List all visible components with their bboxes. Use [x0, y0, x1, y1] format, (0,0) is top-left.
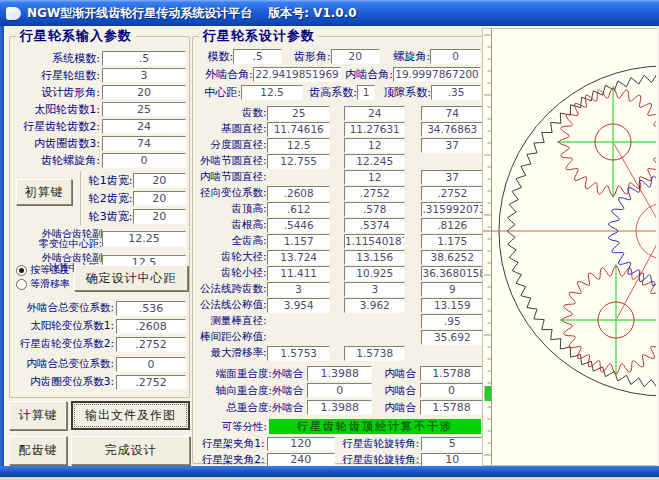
planet-shift-input[interactable]: .2752: [116, 337, 186, 352]
int-mesh-angle-value[interactable]: 19.9997867200: [393, 67, 481, 82]
radio-icon[interactable]: [16, 279, 27, 290]
planet-groups-input[interactable]: 3: [102, 68, 186, 83]
cell[interactable]: 37: [421, 138, 483, 153]
cell[interactable]: 11.411: [267, 266, 330, 281]
ext-total-shift-input[interactable]: .536: [116, 301, 186, 316]
table-row-dedendum: 齿根高: .5446 .5374 .8126: [195, 217, 483, 233]
wheel1-width-input[interactable]: 20: [133, 173, 186, 188]
coef-row-sun: 太阳轮变位系数1: .2608: [10, 317, 186, 335]
cell[interactable]: 12.245: [344, 154, 406, 169]
sun-shift-input[interactable]: .2608: [116, 319, 186, 334]
center-distance-value[interactable]: 12.5: [241, 85, 303, 100]
cell[interactable]: .5446: [267, 218, 330, 233]
ext-total-overlap[interactable]: 1.3988: [307, 400, 372, 415]
cell[interactable]: .612: [267, 202, 330, 217]
field-row-planet-teeth: 行星齿轮齿数2: 24: [10, 118, 186, 135]
ring-teeth-input[interactable]: 74: [102, 136, 186, 151]
cell[interactable]: 35.692: [421, 330, 483, 345]
carrier-angle1-value[interactable]: 120: [267, 437, 335, 451]
cell[interactable]: 1.5753: [267, 346, 330, 361]
app-icon: [6, 7, 21, 20]
cell[interactable]: 3: [344, 282, 406, 297]
table-row-pin-dia: 测量棒直径: .95: [195, 313, 483, 329]
system-module-input[interactable]: .5: [102, 51, 186, 66]
module-input[interactable]: .5: [233, 49, 282, 64]
cell[interactable]: 11.27631: [344, 122, 406, 137]
field-label: 内啮合总变位系数:: [10, 357, 116, 371]
cell[interactable]: 3.954: [267, 298, 330, 313]
int-axial-overlap[interactable]: 0: [420, 383, 483, 398]
cell[interactable]: 38.6252: [421, 250, 483, 265]
helix-angle-input[interactable]: 0: [102, 153, 186, 168]
strength-option-group: 按等强度 等滑移率: [16, 263, 78, 291]
planet-rotation2-value[interactable]: 10: [421, 453, 483, 467]
cell[interactable]: 12.755: [267, 154, 330, 169]
finish-design-button[interactable]: 完成设计: [71, 436, 190, 465]
initial-calc-button[interactable]: 初算键: [16, 179, 72, 205]
output-file-draw-button[interactable]: 输出文件及作图: [71, 401, 190, 430]
cell[interactable]: 1.157: [267, 234, 330, 249]
helix-angle-value[interactable]: 0: [430, 49, 481, 64]
field-row-sun-teeth: 太阳轮齿数1: 25: [10, 101, 186, 118]
cell[interactable]: .5374: [344, 218, 406, 233]
calculate-button[interactable]: 计算键: [9, 401, 67, 430]
cell[interactable]: 10.925: [344, 266, 406, 281]
cell[interactable]: 37: [421, 170, 483, 185]
cell[interactable]: 12: [344, 170, 406, 185]
table-row-span-value: 公法线公称值: 3.954 3.962 13.159: [195, 297, 483, 313]
radio-equal-strength[interactable]: 按等强度: [16, 263, 78, 277]
planet-teeth-input[interactable]: 24: [102, 119, 186, 134]
cell[interactable]: 25: [267, 106, 330, 121]
cell[interactable]: .2752: [344, 186, 406, 201]
pressure-angle-value[interactable]: 20: [331, 49, 380, 64]
int-total-overlap[interactable]: 1.5788: [420, 400, 483, 415]
field-label: 外啮合总变位系数:: [10, 301, 116, 315]
ext-axial-overlap[interactable]: 0: [307, 383, 372, 398]
cell[interactable]: 13.156: [344, 250, 406, 265]
cell[interactable]: 36.36801588: [421, 266, 483, 281]
sun-teeth-input[interactable]: 25: [102, 102, 186, 117]
cell[interactable]: 74: [421, 106, 483, 121]
zero-shift-center-input[interactable]: 12.25: [102, 231, 186, 247]
input-fields: 系统模数: .5 行星轮组数: 3 设计齿形角: 20 太阳轮齿数1: 25 行…: [10, 50, 186, 169]
addendum-coef-value[interactable]: 1: [357, 85, 375, 100]
confirm-center-distance-button[interactable]: 确定设计中心距: [74, 265, 188, 291]
cell[interactable]: 3.962: [344, 298, 406, 313]
int-total-shift-input[interactable]: 0: [116, 357, 186, 372]
cell[interactable]: .95: [421, 314, 483, 329]
ext-transverse-overlap[interactable]: 1.3988: [307, 366, 372, 381]
field-label: 行星齿轮变位系数2:: [10, 337, 116, 351]
cell[interactable]: 1.5738: [344, 346, 406, 361]
cell[interactable]: .578: [344, 202, 406, 217]
ext-mesh-angle-value[interactable]: 22.9419851969: [253, 67, 341, 82]
ring-shift-input[interactable]: .2752: [116, 375, 186, 390]
planet-rotation1-value[interactable]: 5: [421, 437, 483, 451]
pressure-angle-input[interactable]: 20: [102, 85, 186, 100]
cell[interactable]: 1.175: [421, 234, 483, 249]
cell[interactable]: 1.115401878: [344, 234, 406, 249]
total-overlap-row: 总重合度:外啮合 1.3988 内啮合 1.5788: [195, 399, 483, 416]
cell[interactable]: .2752: [421, 186, 483, 201]
wheel2-width-input[interactable]: 20: [133, 191, 186, 206]
cell[interactable]: .8126: [421, 218, 483, 233]
clearance-coef-value[interactable]: .35: [431, 85, 481, 100]
cell[interactable]: 24: [344, 106, 406, 121]
radio-icon[interactable]: [16, 265, 27, 276]
int-transverse-overlap[interactable]: 1.5788: [420, 366, 483, 381]
design-params-title: 行星轮系设计参数: [199, 27, 319, 45]
cell[interactable]: 34.76863: [421, 122, 483, 137]
cell[interactable]: 13.159: [421, 298, 483, 313]
carrier-angle2-value[interactable]: 240: [267, 453, 335, 467]
cell[interactable]: .2608: [267, 186, 330, 201]
wheel3-width-input[interactable]: 20: [133, 209, 186, 224]
cell[interactable]: .31599207395: [421, 202, 483, 217]
field-label: 太阳轮变位系数1:: [10, 319, 116, 333]
cell[interactable]: 3: [267, 282, 330, 297]
cell[interactable]: 12: [344, 138, 406, 153]
cell[interactable]: 13.724: [267, 250, 330, 265]
cell[interactable]: 12.5: [267, 138, 330, 153]
cell[interactable]: 11.74616: [267, 122, 330, 137]
radio-equal-slip[interactable]: 等滑移率: [16, 277, 78, 291]
gear-match-button[interactable]: 配齿键: [9, 436, 67, 465]
cell[interactable]: 9: [421, 282, 483, 297]
